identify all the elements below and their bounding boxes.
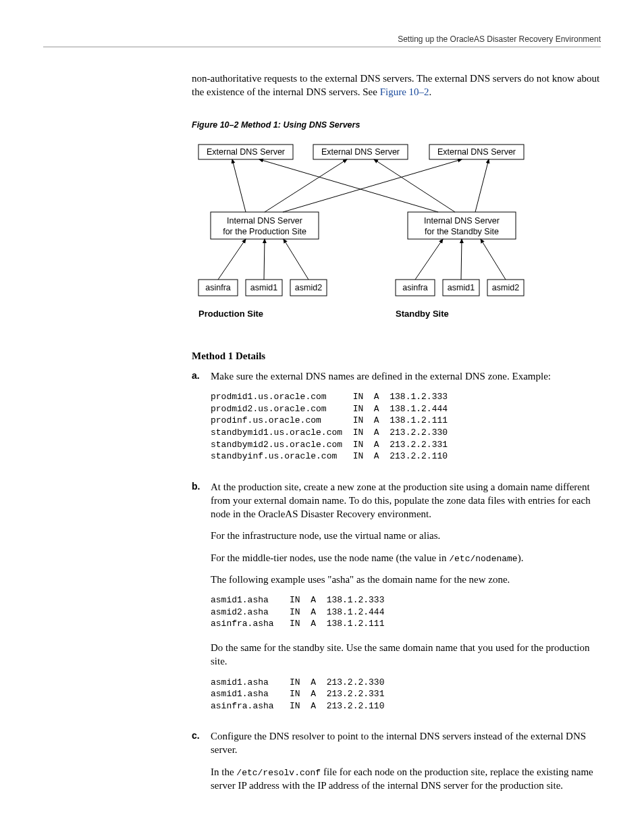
ext-dns-3: External DNS Server (437, 147, 516, 157)
step-c-p2-code: /etc/resolv.conf (236, 768, 321, 778)
stby-node-asmid2: asmid2 (492, 283, 519, 292)
method-details-heading: Method 1 Details (192, 349, 601, 363)
figure-10-2: External DNS Server External DNS Server … (192, 138, 601, 337)
step-b-p3: For the middle-tier nodes, use the node … (211, 551, 601, 565)
step-c-marker: c. (192, 729, 211, 800)
step-b-p1: At the production site, create a new zon… (211, 480, 601, 521)
svg-line-8 (259, 159, 438, 212)
main-content: non-authoritative requests to the extern… (192, 72, 601, 800)
step-b-p3-code: /etc/nodename (449, 554, 517, 564)
svg-line-14 (218, 239, 246, 280)
prod-node-asinfra: asinfra (205, 283, 231, 292)
step-b-p5: Do the same for the standby site. Use th… (211, 641, 601, 669)
step-c-p1: Configure the DNS resolver to point to t… (211, 729, 601, 757)
svg-line-20 (415, 239, 443, 280)
svg-line-15 (264, 239, 265, 280)
step-b-p3-after: ). (518, 552, 524, 563)
figure-xref-link[interactable]: Figure 10–2 (380, 86, 429, 97)
step-a-code: prodmid1.us.oracle.com IN A 138.1.2.333 … (211, 391, 601, 462)
figure-caption: Figure 10–2 Method 1: Using DNS Servers (192, 120, 601, 131)
int-dns-stby-l1: Internal DNS Server (424, 216, 500, 226)
svg-line-7 (283, 159, 462, 212)
step-b-p2: For the infrastructure node, use the vir… (211, 529, 601, 542)
step-b-p3-before: For the middle-tier nodes, use the node … (211, 552, 449, 563)
stby-node-asmid1: asmid1 (448, 283, 475, 292)
step-c-p2: In the /etc/resolv.conf file for each no… (211, 765, 601, 793)
stby-site-label: Standby Site (396, 309, 449, 319)
prod-node-asmid2: asmid2 (295, 283, 322, 292)
int-dns-prod-l1: Internal DNS Server (227, 216, 302, 226)
step-b-p4: The following example uses "asha" as the… (211, 573, 601, 586)
ext-dns-2: External DNS Server (321, 147, 400, 157)
step-a: a. Make sure the external DNS names are … (192, 369, 601, 473)
svg-line-6 (265, 159, 347, 212)
step-b-code1: asmid1.asha IN A 138.1.2.333 asmid2.asha… (211, 594, 601, 630)
step-b-code2: asmid1.asha IN A 213.2.2.330 asmid1.asha… (211, 677, 601, 712)
stby-node-asinfra: asinfra (402, 283, 428, 292)
intro-paragraph: non-authoritative requests to the extern… (192, 72, 601, 99)
prod-site-label: Production Site (198, 309, 263, 319)
step-a-p1: Make sure the external DNS names are def… (211, 369, 601, 383)
svg-line-16 (284, 239, 308, 280)
svg-line-21 (461, 239, 462, 280)
svg-line-22 (481, 239, 506, 280)
step-c-p2-before: In the (211, 766, 236, 777)
step-b: b. At the production site, create a new … (192, 480, 601, 723)
int-dns-stby-l2: for the Standby Site (425, 227, 499, 236)
int-dns-prod-l2: for the Production Site (223, 227, 306, 236)
ext-dns-1: External DNS Server (207, 147, 285, 157)
step-a-marker: a. (192, 369, 211, 473)
svg-line-9 (374, 159, 455, 212)
svg-line-10 (475, 159, 489, 212)
running-header: Setting up the OracleAS Disaster Recover… (43, 34, 601, 47)
prod-node-asmid1: asmid1 (250, 283, 277, 292)
intro-text-after: . (429, 86, 432, 97)
svg-line-5 (232, 159, 246, 212)
step-c: c. Configure the DNS resolver to point t… (192, 729, 601, 800)
step-b-marker: b. (192, 480, 211, 723)
